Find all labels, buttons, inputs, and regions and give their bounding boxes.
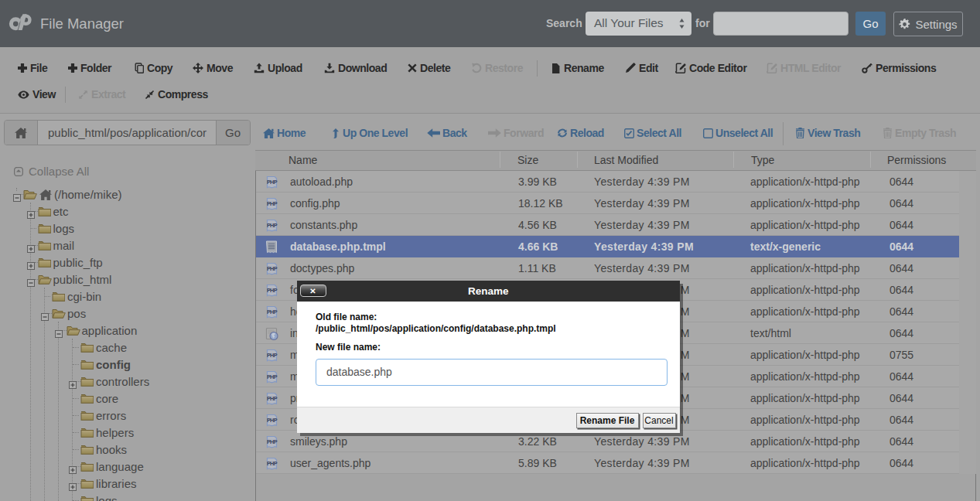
svg-text:PHP: PHP <box>267 179 278 186</box>
svg-text:PHP: PHP <box>267 308 278 315</box>
svg-text:PHP: PHP <box>267 395 278 402</box>
svg-text:PHP: PHP <box>267 373 278 380</box>
svg-text:PHP: PHP <box>267 352 278 359</box>
svg-text:PHP: PHP <box>267 287 278 294</box>
svg-text:PHP: PHP <box>267 438 278 445</box>
svg-text:PHP: PHP <box>267 222 278 229</box>
svg-text:PHP: PHP <box>267 265 278 272</box>
svg-text:PHP: PHP <box>267 200 278 207</box>
svg-text:PHP: PHP <box>267 460 278 467</box>
svg-text:PHP: PHP <box>267 417 278 424</box>
